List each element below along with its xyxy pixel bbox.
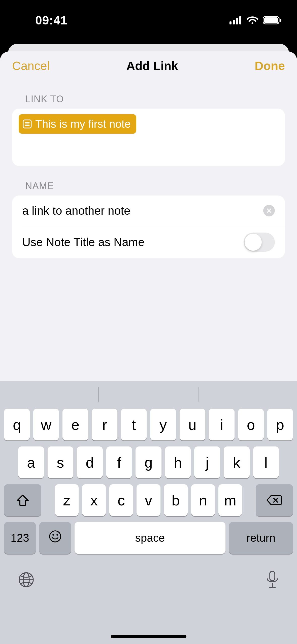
clear-text-button[interactable] <box>263 205 275 216</box>
key-r[interactable]: r <box>92 409 117 440</box>
selected-note-label: This is my first note <box>35 118 131 130</box>
use-title-label: Use Note Title as Name <box>22 235 244 249</box>
key-row-1: q w e r t y u i o p <box>0 409 297 440</box>
svg-point-16 <box>50 531 61 542</box>
status-time: 09:41 <box>35 13 68 27</box>
use-title-toggle[interactable] <box>244 233 275 252</box>
key-h[interactable]: h <box>165 446 191 478</box>
key-emoji[interactable] <box>39 522 71 554</box>
cellular-icon <box>229 16 242 24</box>
battery-icon <box>263 16 282 25</box>
cancel-button[interactable]: Cancel <box>12 59 50 73</box>
name-section-label: NAME <box>0 166 297 196</box>
svg-rect-22 <box>270 571 275 581</box>
toggle-knob <box>245 234 262 251</box>
screen: 09:41 Cancel Add Link Done LINK TO <box>0 0 297 644</box>
globe-button[interactable] <box>18 571 35 588</box>
key-row-2: a s d f g h j k l <box>0 446 297 478</box>
key-d[interactable]: d <box>77 446 103 478</box>
key-y[interactable]: y <box>150 409 176 440</box>
key-return[interactable]: return <box>229 522 293 554</box>
key-o[interactable]: o <box>238 409 264 440</box>
spacer <box>45 484 51 516</box>
svg-rect-3 <box>239 16 241 24</box>
key-k[interactable]: k <box>224 446 250 478</box>
sheet-nav: Cancel Add Link Done <box>0 51 297 79</box>
link-to-section-label: LINK TO <box>0 79 297 109</box>
key-i[interactable]: i <box>209 409 235 440</box>
svg-point-17 <box>52 534 54 536</box>
key-s[interactable]: s <box>48 446 74 478</box>
microphone-icon <box>265 570 279 589</box>
note-icon <box>23 119 32 128</box>
key-c[interactable]: c <box>109 484 133 516</box>
use-title-row: Use Note Title as Name <box>12 226 285 258</box>
wifi-icon <box>246 16 259 25</box>
svg-rect-0 <box>229 21 232 24</box>
name-input-row <box>12 196 285 226</box>
home-indicator[interactable] <box>111 635 186 638</box>
key-l[interactable]: l <box>253 446 279 478</box>
key-b[interactable]: b <box>164 484 188 516</box>
sheet-title: Add Link <box>126 59 178 73</box>
key-u[interactable]: u <box>180 409 205 440</box>
key-z[interactable]: z <box>55 484 79 516</box>
key-backspace[interactable] <box>256 484 293 516</box>
key-f[interactable]: f <box>106 446 132 478</box>
key-m[interactable]: m <box>218 484 242 516</box>
key-numeric[interactable]: 123 <box>4 522 36 554</box>
keyboard: q w e r t y u i o p a s d f g h j k l <box>0 381 297 644</box>
emoji-icon <box>49 530 62 546</box>
dictation-button[interactable] <box>265 570 279 589</box>
name-input[interactable] <box>22 204 263 217</box>
suggestion-separator <box>199 387 199 402</box>
key-p[interactable]: p <box>267 409 293 440</box>
key-w[interactable]: w <box>33 409 59 440</box>
key-a[interactable]: a <box>18 446 44 478</box>
status-indicators <box>229 16 282 25</box>
backspace-icon <box>267 495 282 506</box>
status-bar: 09:41 <box>0 0 297 43</box>
link-to-field[interactable]: This is my first note <box>12 109 285 166</box>
done-button[interactable]: Done <box>255 59 285 73</box>
svg-rect-2 <box>236 18 238 24</box>
key-j[interactable]: j <box>194 446 220 478</box>
key-row-3: z x c v b n m <box>0 484 297 516</box>
svg-point-18 <box>56 534 58 536</box>
name-card: Use Note Title as Name <box>12 196 285 258</box>
key-v[interactable]: v <box>137 484 160 516</box>
selected-note-chip[interactable]: This is my first note <box>19 114 136 134</box>
key-row-4: 123 space return <box>0 522 297 554</box>
suggestion-bar[interactable] <box>0 381 297 409</box>
key-g[interactable]: g <box>136 446 161 478</box>
svg-rect-6 <box>264 17 278 23</box>
globe-icon <box>18 571 35 588</box>
suggestion-separator <box>98 387 99 402</box>
spacer <box>246 484 252 516</box>
shift-icon <box>16 494 29 506</box>
svg-rect-1 <box>233 20 235 24</box>
key-x[interactable]: x <box>82 484 106 516</box>
key-shift[interactable] <box>4 484 41 516</box>
key-space[interactable]: space <box>75 522 225 554</box>
key-n[interactable]: n <box>191 484 215 516</box>
key-e[interactable]: e <box>62 409 88 440</box>
x-icon <box>266 208 272 213</box>
svg-rect-7 <box>280 19 281 22</box>
key-q[interactable]: q <box>4 409 30 440</box>
svg-point-4 <box>252 22 253 24</box>
keyboard-bottom-row <box>0 560 297 595</box>
key-t[interactable]: t <box>121 409 147 440</box>
